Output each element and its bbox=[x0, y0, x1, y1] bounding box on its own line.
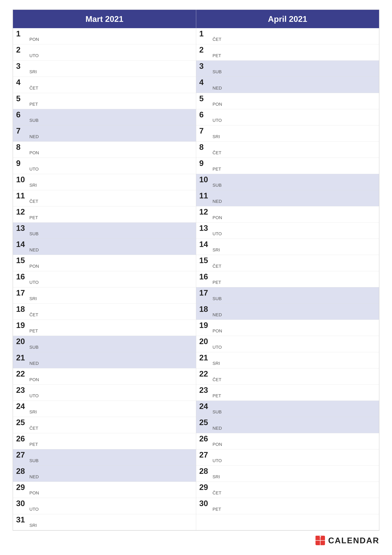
day-number: 21 bbox=[16, 354, 29, 362]
mart-day-row: 13SUB bbox=[13, 223, 196, 239]
day-name: UTO bbox=[29, 167, 39, 172]
svg-text:7: 7 bbox=[319, 535, 321, 539]
day-name: PET bbox=[29, 102, 38, 107]
calendar-logo-icon: 7 bbox=[315, 535, 325, 546]
day-name: NED bbox=[212, 426, 222, 431]
day-number: 8 bbox=[199, 143, 212, 151]
day-name: SUB bbox=[212, 409, 222, 415]
day-name: UTO bbox=[212, 231, 222, 237]
april-day-row: 30PET bbox=[196, 498, 379, 514]
day-name: SRI bbox=[29, 296, 37, 302]
day-number: 16 bbox=[16, 273, 29, 281]
day-number: 20 bbox=[16, 337, 29, 345]
mart-day-row: 19PET bbox=[13, 320, 196, 336]
day-name: PON bbox=[29, 264, 39, 270]
day-name: PET bbox=[212, 280, 221, 285]
mart-day-row: 16UTO bbox=[13, 271, 196, 287]
april-day-row: 12PON bbox=[196, 206, 379, 222]
mart-day-row: 20SUB bbox=[13, 336, 196, 352]
day-number: 25 bbox=[16, 418, 29, 426]
day-name: SUB bbox=[212, 183, 222, 189]
mart-day-row: 4ČET bbox=[13, 77, 196, 93]
day-name: PET bbox=[29, 329, 38, 334]
day-name: SUB bbox=[29, 345, 39, 351]
day-name: PON bbox=[212, 442, 222, 448]
day-number: 9 bbox=[16, 159, 29, 167]
day-number: 5 bbox=[16, 95, 29, 102]
day-name: ČET bbox=[29, 426, 38, 431]
day-name: UTO bbox=[29, 393, 39, 399]
day-number: 30 bbox=[16, 499, 29, 507]
day-name: SUB bbox=[29, 458, 39, 464]
mart-day-row: 18ČET bbox=[13, 304, 196, 320]
day-name: PET bbox=[212, 53, 221, 59]
header-row: Mart 2021 April 2021 bbox=[13, 10, 379, 28]
day-number: 7 bbox=[16, 127, 29, 135]
mart-day-row: 17SRI bbox=[13, 287, 196, 303]
day-name: UTO bbox=[29, 53, 39, 59]
day-number: 26 bbox=[199, 435, 212, 443]
day-name: SRI bbox=[212, 248, 220, 253]
april-header: April 2021 bbox=[196, 10, 379, 28]
day-name: PON bbox=[29, 490, 39, 496]
april-day-row: 10SUB bbox=[196, 174, 379, 190]
april-day-row: 3SUB bbox=[196, 61, 379, 77]
day-number: 26 bbox=[16, 435, 29, 443]
day-number: 15 bbox=[199, 256, 212, 264]
day-name: SRI bbox=[212, 474, 220, 480]
day-number: 23 bbox=[16, 386, 29, 394]
mart-day-row: 3SRI bbox=[13, 61, 196, 77]
day-number: 4 bbox=[16, 78, 29, 86]
day-name: UTO bbox=[29, 507, 39, 512]
logo-area: 7 CALENDAR bbox=[315, 535, 379, 546]
april-day-row: 28SRI bbox=[196, 466, 379, 482]
day-number: 25 bbox=[199, 418, 212, 426]
april-day-row: 9PET bbox=[196, 158, 379, 174]
mart-day-row: 11ČET bbox=[13, 190, 196, 206]
day-name: ČET bbox=[212, 490, 221, 496]
day-number: 18 bbox=[199, 305, 212, 313]
day-number: 29 bbox=[16, 483, 29, 491]
day-name: PON bbox=[212, 329, 222, 334]
day-name: ČET bbox=[29, 86, 38, 91]
mart-day-row: 28NED bbox=[13, 466, 196, 482]
day-number: 6 bbox=[199, 111, 212, 119]
day-name: SRI bbox=[29, 523, 37, 529]
april-day-row: 1ČET bbox=[196, 28, 379, 44]
mart-day-row: 31SRI bbox=[13, 514, 196, 530]
mart-day-row: 25ČET bbox=[13, 417, 196, 433]
day-number: 21 bbox=[199, 354, 212, 362]
day-name: SRI bbox=[29, 183, 37, 189]
day-number: 7 bbox=[199, 127, 212, 135]
day-name: SUB bbox=[212, 296, 222, 302]
day-number: 19 bbox=[199, 321, 212, 329]
mart-header: Mart 2021 bbox=[13, 10, 196, 28]
april-column: 1ČET2PET3SUB4NED5PON6UTO7SRI8ČET9PET10SU… bbox=[196, 28, 379, 530]
day-number: 12 bbox=[16, 208, 29, 216]
calendar-grid: Mart 2021 April 2021 1PON2UTO3SRI4ČET5PE… bbox=[13, 9, 379, 531]
april-day-row: 16PET bbox=[196, 271, 379, 287]
day-number: 17 bbox=[16, 289, 29, 297]
footer: 7 CALENDAR bbox=[13, 532, 379, 546]
mart-day-row: 10SRI bbox=[13, 174, 196, 190]
day-number: 12 bbox=[199, 208, 212, 216]
days-container: 1PON2UTO3SRI4ČET5PET6SUB7NED8PON9UTO10SR… bbox=[13, 28, 379, 530]
day-name: NED bbox=[29, 474, 39, 480]
april-day-row: 26PON bbox=[196, 433, 379, 449]
day-name: PON bbox=[29, 150, 39, 156]
april-day-row: 20UTO bbox=[196, 336, 379, 352]
day-number: 20 bbox=[199, 337, 212, 345]
day-number: 27 bbox=[16, 451, 29, 459]
april-day-row: 4NED bbox=[196, 77, 379, 93]
mart-day-row: 14NED bbox=[13, 239, 196, 255]
day-name: UTO bbox=[212, 458, 222, 464]
day-name: ČET bbox=[212, 37, 221, 43]
day-name: ČET bbox=[212, 377, 221, 383]
day-name: SUB bbox=[212, 69, 222, 75]
day-name: PON bbox=[29, 37, 39, 43]
day-number: 15 bbox=[16, 256, 29, 264]
april-day-row: 6UTO bbox=[196, 109, 379, 125]
april-day-row: 15ČET bbox=[196, 255, 379, 271]
mart-day-row: 5PET bbox=[13, 93, 196, 109]
mart-day-row: 8PON bbox=[13, 142, 196, 158]
